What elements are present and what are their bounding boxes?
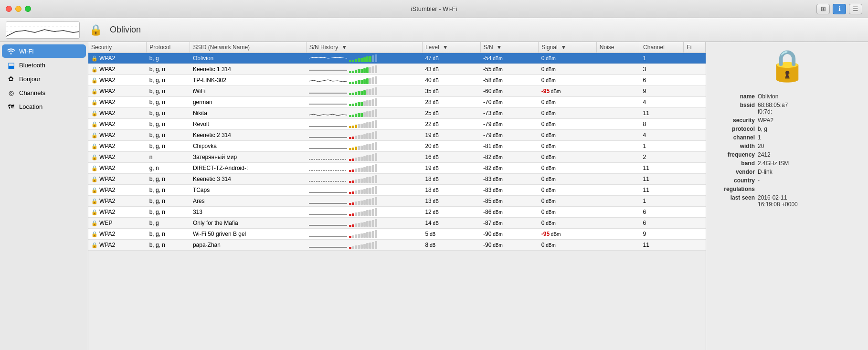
cell-sn: -73 dBm	[480, 108, 539, 119]
titlebar: iStumbler - Wi-Fi ⊞ ℹ ☰	[0, 0, 868, 18]
detail-protocol-row: protocol b, g	[712, 126, 862, 132]
signal-bar	[352, 235, 354, 238]
cell-sin	[306, 86, 422, 97]
cell-protocol: b, g, n	[147, 207, 190, 218]
col-ssid[interactable]: SSID (Network Name)	[190, 42, 306, 53]
signal-bar	[363, 101, 366, 106]
cell-security: 🔒 WPA2	[88, 196, 147, 207]
sidebar-item-bonjour[interactable]: ✿ Bonjour	[2, 72, 86, 85]
cell-security: 🔒 WPA2	[88, 119, 147, 130]
cell-security: 🔒 WPA2	[88, 108, 147, 119]
table-row[interactable]: 🔒 WPA2b, g, nKeenetic 2 31419 dB-79 dBm0…	[88, 130, 706, 141]
sidebar-item-channels[interactable]: ◎ Channels	[2, 86, 86, 99]
col-level[interactable]: Level ▼	[422, 42, 480, 53]
signal-bar	[366, 243, 369, 249]
signal-bars	[349, 186, 377, 194]
signal-bar	[355, 191, 357, 194]
table-row[interactable]: 🔒 WPA2b, g, nTCaps18 dB-83 dBm0 dBm11	[88, 185, 706, 196]
col-security[interactable]: Security	[88, 42, 147, 53]
signal-bar	[363, 156, 366, 161]
cell-ssid: DIRECT-TZ-Android-:	[190, 163, 306, 174]
table-row[interactable]: 🔒 WPA2b, gOblivion47 dB-54 dBm0 dBm1	[88, 53, 706, 64]
table-row[interactable]: 🔒 WPA2b, g, nTP-LINK-30240 dB-58 dBm0 dB…	[88, 75, 706, 86]
signal-bar	[369, 243, 371, 249]
signal-bar	[355, 70, 357, 73]
cell-noise	[596, 53, 640, 64]
table-row[interactable]: 🔒 WPA2b, g, ngerman28 dB-70 dBm0 dBm4	[88, 97, 706, 108]
cell-protocol: b, g, n	[147, 141, 190, 152]
cell-fi	[684, 130, 706, 141]
table-row[interactable]: 🔒 WEPb, gOnly for the Mafia14 dB-87 dBm0…	[88, 218, 706, 229]
detail-width-label: width	[712, 143, 755, 149]
signal-bar	[372, 220, 374, 227]
cell-security: 🔒 WPA2	[88, 97, 147, 108]
table-row[interactable]: 🔒 WPA2b, g, n31312 dB-86 dBm0 dBm6	[88, 207, 706, 218]
signal-bar	[375, 76, 377, 84]
signal-bar	[375, 208, 377, 216]
info-button[interactable]: ℹ	[833, 4, 846, 14]
sidebar-item-wifi[interactable]: Wi-Fi	[2, 44, 86, 58]
signal-bar	[349, 214, 351, 216]
table-row[interactable]: 🔒 WPA2b, g, npapa-Zhan8 dB-90 dBm0 dBm11	[88, 240, 706, 251]
signal-bar	[372, 154, 374, 161]
table-row[interactable]: 🔒 WPA2b, g, nAres13 dB-85 dBm0 dBm1	[88, 196, 706, 207]
table-row[interactable]: 🔒 WPA2b, g, niWiFi35 dB-60 dBm-95 dBm9	[88, 86, 706, 97]
signal-bar	[355, 147, 357, 150]
col-sn[interactable]: S/N ▼	[480, 42, 539, 53]
signal-bar	[363, 178, 366, 183]
table-row[interactable]: 🔒 WPA2b, g, nKeenetic 1 31443 dB-55 dBm0…	[88, 64, 706, 75]
cell-sin	[306, 130, 422, 141]
signal-bar	[363, 167, 366, 172]
maximize-button[interactable]	[25, 6, 31, 12]
sidebar-item-location[interactable]: 🗺 Location	[2, 100, 86, 113]
security-text: WPA2	[99, 121, 115, 127]
gallery-button[interactable]: ⊞	[816, 4, 830, 14]
minimize-button[interactable]	[15, 6, 21, 12]
detail-protocol-value: b, g	[758, 126, 862, 132]
detail-security-value: WPA2	[758, 117, 862, 124]
cell-fi	[684, 152, 706, 163]
cell-sn: -54 dBm	[480, 53, 539, 64]
table-row[interactable]: 🔒 WPA2b, g, nKeenetic 3 31418 dB-83 dBm0…	[88, 174, 706, 185]
cell-sn: -90 dBm	[480, 240, 539, 251]
col-sin[interactable]: S/N History ▼	[306, 42, 422, 53]
list-button[interactable]: ☰	[849, 4, 862, 14]
signal-bar	[369, 199, 371, 205]
col-signal[interactable]: Signal ▼	[539, 42, 597, 53]
cell-sn: -55 dBm	[480, 64, 539, 75]
sidebar-item-bluetooth[interactable]: ⬓ Bluetooth	[2, 58, 86, 72]
signal-bar	[372, 198, 374, 205]
signal-bar	[360, 146, 363, 150]
col-protocol[interactable]: Protocol	[147, 42, 190, 53]
table-row[interactable]: 🔒 WPA2b, g, nNikita25 dB-73 dBm0 dBm11	[88, 108, 706, 119]
table-container[interactable]: Security Protocol SSID (Network Name) S/…	[88, 42, 706, 350]
col-noise[interactable]: Noise	[596, 42, 640, 53]
lock-icon: 🔒	[91, 187, 99, 193]
signal-bar	[363, 233, 366, 238]
lock-icon: 🔒	[91, 110, 99, 116]
signal-bar	[366, 232, 369, 238]
network-table: Security Protocol SSID (Network Name) S/…	[88, 42, 706, 251]
col-fi[interactable]: Fi	[684, 42, 706, 53]
detail-lastseen-row: last seen 2016-02-11 16:19:08 +0000	[712, 194, 862, 208]
cell-sin	[306, 75, 422, 86]
signal-bar	[349, 170, 351, 172]
cell-channel: 9	[640, 229, 684, 240]
lock-icon: 🔒	[91, 132, 99, 138]
table-row[interactable]: 🔒 WPA2b, g, nRevolt22 dB-79 dBm0 dBm8	[88, 119, 706, 130]
cell-signal: 0 dBm	[539, 163, 597, 174]
table-row[interactable]: 🔒 WPA2b, g, nWi-Fi 50 griven B gel5 dB-9…	[88, 229, 706, 240]
signal-bar	[360, 91, 363, 95]
cell-protocol: b, g, n	[147, 97, 190, 108]
table-row[interactable]: 🔒 WPA2nЗатерянный мир16 dB-82 dBm0 dBm2	[88, 152, 706, 163]
table-row[interactable]: 🔒 WPA2g, nDIRECT-TZ-Android-:19 dB-82 dB…	[88, 163, 706, 174]
table-row[interactable]: 🔒 WPA2b, g, nChipovka20 dB-81 dBm0 dBm1	[88, 141, 706, 152]
signal-bars	[349, 54, 377, 62]
signal-bar	[366, 89, 369, 95]
cell-protocol: b, g, n	[147, 185, 190, 196]
signal-bar	[352, 180, 354, 183]
close-button[interactable]	[6, 6, 12, 12]
cell-security: 🔒 WPA2	[88, 240, 147, 251]
lock-icon: 🔒	[91, 55, 99, 61]
col-channel[interactable]: Channel	[640, 42, 684, 53]
